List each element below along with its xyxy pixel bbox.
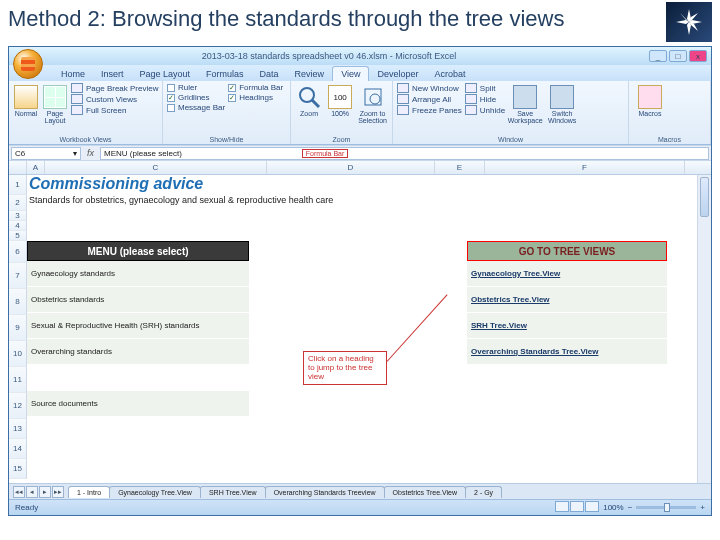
maximize-button[interactable]: □ xyxy=(669,50,687,62)
menu-item-blank xyxy=(27,365,249,391)
view-buttons[interactable] xyxy=(554,501,599,514)
excel-window: 2013-03-18 standards spreadsheet v0 46.x… xyxy=(8,46,712,516)
tree-link-obstetrics[interactable]: Obstetrics Tree.View xyxy=(467,287,667,313)
name-box[interactable]: C6▾ xyxy=(11,147,81,160)
svg-point-8 xyxy=(300,88,314,102)
tree-views-header[interactable]: GO TO TREE VIEWS xyxy=(467,241,667,261)
tab-home[interactable]: Home xyxy=(53,67,93,81)
split-button[interactable]: Split xyxy=(465,83,505,93)
sheet-tab-srh[interactable]: SRH Tree.View xyxy=(200,486,266,498)
tab-view[interactable]: View xyxy=(332,66,369,81)
slide-title: Method 2: Browsing the standards through… xyxy=(0,0,720,34)
formula-bar-checkbox[interactable]: ✓Formula Bar xyxy=(228,83,283,92)
sheet-tab-intro[interactable]: 1 - Intro xyxy=(68,486,110,498)
zoom-to-selection-button[interactable]: Zoom to Selection xyxy=(357,83,388,126)
row-15[interactable]: 15 xyxy=(9,459,27,479)
tree-link-gynaecology[interactable]: Gynaecology Tree.View xyxy=(467,261,667,287)
ruler-checkbox[interactable]: Ruler xyxy=(167,83,225,92)
menu-item-obstetrics[interactable]: Obstetrics standards xyxy=(27,287,249,313)
tab-formulas[interactable]: Formulas xyxy=(198,67,252,81)
headings-checkbox[interactable]: ✓Headings xyxy=(228,93,283,102)
office-button[interactable] xyxy=(13,49,43,79)
row-10[interactable]: 10 xyxy=(9,341,27,367)
select-all[interactable] xyxy=(9,161,27,174)
tab-nav-last[interactable]: ▸▸ xyxy=(52,486,64,498)
hide-button[interactable]: Hide xyxy=(465,94,505,104)
message-bar-checkbox[interactable]: Message Bar xyxy=(167,103,225,112)
menu-item-srh[interactable]: Sexual & Reproductive Health (SRH) stand… xyxy=(27,313,249,339)
menu-item-source-docs[interactable]: Source documents xyxy=(27,391,249,417)
sheet-tab-gy2[interactable]: 2 - Gy xyxy=(465,486,502,498)
tab-acrobat[interactable]: Acrobat xyxy=(427,67,474,81)
tab-nav-first[interactable]: ◂◂ xyxy=(13,486,25,498)
formula-bar-callout: Formula Bar xyxy=(302,149,349,158)
svg-point-11 xyxy=(370,94,380,104)
custom-views-button[interactable]: Custom Views xyxy=(71,94,158,104)
menu-item-gynaecology[interactable]: Gynaecology standards xyxy=(27,261,249,287)
gridlines-checkbox[interactable]: ✓Gridlines xyxy=(167,93,225,102)
tree-link-overarching[interactable]: Overarching Standards Tree.View xyxy=(467,339,667,365)
close-button[interactable]: x xyxy=(689,50,707,62)
freeze-panes-button[interactable]: Freeze Panes xyxy=(397,105,462,115)
zoom-out-button[interactable]: − xyxy=(628,503,633,512)
vertical-scrollbar[interactable] xyxy=(697,175,711,483)
group-macros: Macros xyxy=(633,136,706,144)
sheet-title: Commissioning advice xyxy=(27,175,697,193)
sheet-tab-overarching[interactable]: Overarching Standards Treeview xyxy=(265,486,385,498)
zoom-level[interactable]: 100% xyxy=(603,503,623,512)
row-9[interactable]: 9 xyxy=(9,315,27,341)
col-D[interactable]: D xyxy=(267,161,435,174)
minimize-button[interactable]: _ xyxy=(649,50,667,62)
tab-review[interactable]: Review xyxy=(287,67,333,81)
col-F[interactable]: F xyxy=(485,161,685,174)
full-screen-button[interactable]: Full Screen xyxy=(71,105,158,115)
sheet-tab-gynae[interactable]: Gynaecology Tree.View xyxy=(109,486,201,498)
row-12[interactable]: 12 xyxy=(9,393,27,419)
unhide-button[interactable]: Unhide xyxy=(465,105,505,115)
worksheet-grid[interactable]: A C D E F 1 2 3 4 5 6 7 8 9 10 11 12 13 … xyxy=(9,161,711,483)
tab-nav-next[interactable]: ▸ xyxy=(39,486,51,498)
row-6[interactable]: 6 xyxy=(9,241,27,263)
page-break-preview-button[interactable]: Page Break Preview xyxy=(71,83,158,93)
row-8[interactable]: 8 xyxy=(9,289,27,315)
tab-insert[interactable]: Insert xyxy=(93,67,132,81)
col-C[interactable]: C xyxy=(45,161,267,174)
col-A[interactable]: A xyxy=(27,161,45,174)
menu-item-overarching[interactable]: Overarching standards xyxy=(27,339,249,365)
row-13[interactable]: 13 xyxy=(9,419,27,439)
tab-nav-prev[interactable]: ◂ xyxy=(26,486,38,498)
tab-page-layout[interactable]: Page Layout xyxy=(132,67,199,81)
macros-button[interactable]: Macros xyxy=(633,83,667,119)
switch-windows-button[interactable]: Switch Windows xyxy=(545,83,579,126)
zoom-button[interactable]: Zoom xyxy=(295,83,323,119)
sheet-subtitle: Standards for obstetrics, gynaecology an… xyxy=(27,193,697,205)
col-E[interactable]: E xyxy=(435,161,485,174)
row-5[interactable]: 5 xyxy=(9,231,27,241)
row-7[interactable]: 7 xyxy=(9,263,27,289)
tab-developer[interactable]: Developer xyxy=(369,67,426,81)
status-ready: Ready xyxy=(15,503,38,512)
zoom-100-button[interactable]: 100100% xyxy=(326,83,354,119)
svg-line-9 xyxy=(312,100,319,107)
zoom-in-button[interactable]: + xyxy=(700,503,705,512)
fx-icon[interactable]: fx xyxy=(83,148,98,158)
arrange-all-button[interactable]: Arrange All xyxy=(397,94,462,104)
row-1[interactable]: 1 xyxy=(9,175,27,195)
formula-input[interactable]: MENU (please select)Formula Bar xyxy=(100,147,709,160)
normal-view-button[interactable]: Normal xyxy=(13,83,39,119)
row-4[interactable]: 4 xyxy=(9,221,27,231)
corner-logo xyxy=(666,2,712,42)
save-workspace-button[interactable]: Save Workspace xyxy=(508,83,542,126)
new-window-button[interactable]: New Window xyxy=(397,83,462,93)
menu-header[interactable]: MENU (please select) xyxy=(27,241,249,261)
zoom-slider[interactable] xyxy=(636,506,696,509)
page-layout-button[interactable]: Page Layout xyxy=(42,83,68,126)
tab-data[interactable]: Data xyxy=(252,67,287,81)
sheet-tab-obstetrics[interactable]: Obstetrics Tree.View xyxy=(384,486,466,498)
row-3[interactable]: 3 xyxy=(9,211,27,221)
row-2[interactable]: 2 xyxy=(9,195,27,211)
tree-link-srh[interactable]: SRH Tree.View xyxy=(467,313,667,339)
ribbon-tabs: Home Insert Page Layout Formulas Data Re… xyxy=(9,65,711,81)
row-14[interactable]: 14 xyxy=(9,439,27,459)
row-11[interactable]: 11 xyxy=(9,367,27,393)
